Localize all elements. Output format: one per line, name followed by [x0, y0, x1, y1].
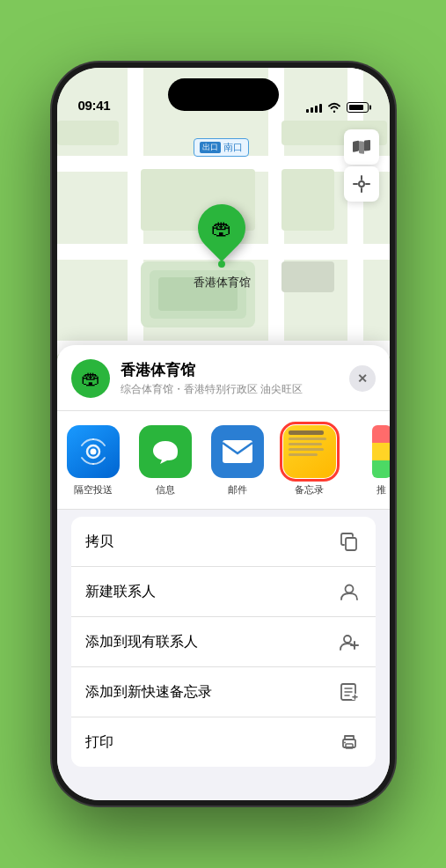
map-exit-label: 出口 南口: [194, 138, 249, 157]
action-list: 拷贝 新建联系人: [71, 517, 376, 767]
dynamic-island: [168, 78, 279, 111]
action-new-contact-label: 新建联系人: [85, 583, 156, 601]
phone-screen: 09:41: [57, 68, 390, 800]
stadium-label: 香港体育馆: [194, 275, 251, 291]
messages-label: 信息: [156, 483, 175, 497]
messages-symbol: [150, 436, 181, 467]
svg-point-3: [359, 181, 364, 187]
stadium-emoji: 🏟: [211, 216, 232, 240]
map-type-button[interactable]: [344, 129, 379, 165]
svg-rect-10: [223, 440, 252, 463]
mail-label: 邮件: [228, 483, 247, 497]
sheet-header: 🏟 香港体育馆 综合体育馆・香港特别行政区 油尖旺区 ✕: [57, 345, 390, 411]
airdrop-symbol: [77, 436, 109, 467]
battery-fill: [349, 105, 363, 110]
notes-icon: [283, 425, 336, 478]
svg-point-9: [90, 449, 96, 455]
exit-badge: 出口: [200, 142, 221, 153]
action-add-notes[interactable]: 添加到新快速备忘录: [71, 667, 376, 717]
print-icon: [337, 730, 362, 754]
svg-point-25: [344, 742, 346, 744]
copy-icon: [337, 529, 362, 554]
action-new-contact[interactable]: 新建联系人: [71, 567, 376, 617]
app-more[interactable]: 推: [346, 425, 390, 497]
sheet-title: 香港体育馆: [121, 360, 339, 380]
svg-point-12: [345, 585, 353, 593]
messages-icon: [139, 425, 192, 478]
action-add-existing[interactable]: 添加到现有联系人: [71, 617, 376, 667]
bottom-sheet: 🏟 香港体育馆 综合体育馆・香港特别行政区 油尖旺区 ✕: [57, 345, 390, 800]
more-label: 推: [377, 483, 386, 497]
stadium-pin[interactable]: 🏟 香港体育馆: [194, 204, 251, 291]
sheet-venue-icon: 🏟: [71, 359, 110, 398]
wifi-icon: [327, 102, 341, 113]
map-controls: [344, 129, 379, 202]
svg-rect-11: [346, 538, 356, 550]
sheet-title-area: 香港体育馆 综合体育馆・香港特别行政区 油尖旺区: [121, 360, 339, 397]
apps-share-row: 隔空投送 信息: [57, 411, 390, 510]
app-messages[interactable]: 信息: [129, 425, 201, 497]
status-icons: [306, 102, 369, 113]
add-existing-icon: [337, 629, 362, 654]
notes-label: 备忘录: [295, 483, 324, 497]
app-mail[interactable]: 邮件: [201, 425, 274, 497]
exit-name: 南口: [223, 141, 243, 154]
svg-rect-24: [346, 744, 353, 748]
app-airdrop[interactable]: 隔空投送: [57, 425, 129, 497]
svg-point-13: [344, 636, 351, 643]
action-print-label: 打印: [85, 733, 113, 752]
action-copy-label: 拷贝: [85, 533, 113, 551]
sheet-subtitle: 综合体育馆・香港特别行政区 油尖旺区: [121, 382, 339, 397]
action-add-notes-label: 添加到新快速备忘录: [85, 683, 212, 702]
status-time: 09:41: [78, 98, 111, 113]
location-icon: [353, 175, 370, 193]
signal-icon: [306, 102, 322, 113]
airdrop-label: 隔空投送: [74, 483, 113, 497]
action-copy[interactable]: 拷贝: [71, 517, 376, 567]
phone-frame: 09:41: [52, 63, 395, 805]
mail-icon: [211, 425, 264, 478]
map-type-icon: [352, 137, 371, 157]
sheet-close-button[interactable]: ✕: [349, 365, 376, 392]
airdrop-icon: [67, 425, 120, 478]
action-print[interactable]: 打印: [71, 717, 376, 767]
add-notes-icon: [337, 680, 362, 704]
action-add-existing-label: 添加到现有联系人: [85, 633, 198, 651]
mail-symbol: [221, 438, 254, 465]
svg-rect-1: [359, 141, 364, 154]
more-icon: [372, 425, 390, 478]
battery-icon: [347, 102, 369, 113]
new-contact-icon: [337, 579, 362, 604]
svg-rect-0: [353, 141, 359, 152]
app-notes[interactable]: 备忘录: [274, 425, 346, 497]
svg-rect-2: [364, 140, 370, 151]
location-button[interactable]: [344, 166, 379, 202]
